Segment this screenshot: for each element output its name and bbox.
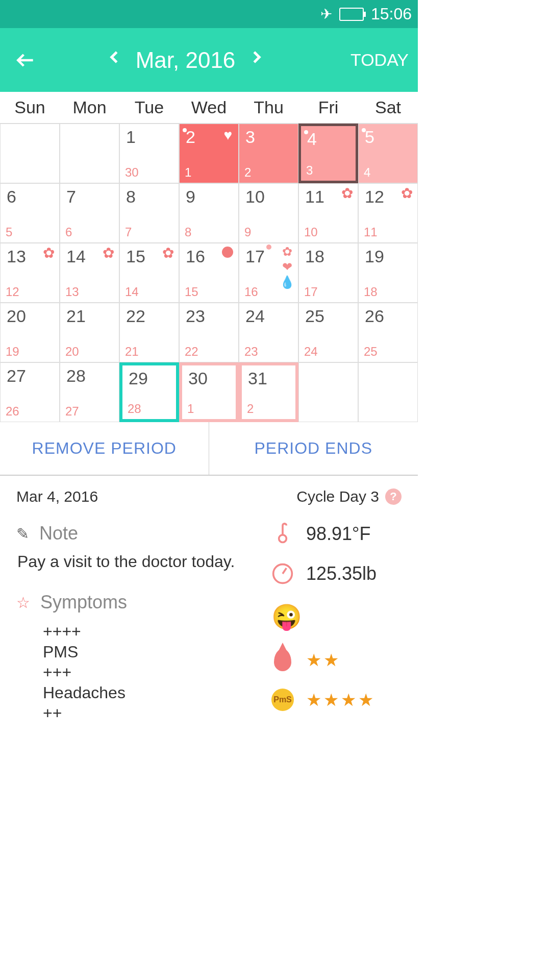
detail-date: Mar 4, 2016 [16,488,98,505]
calendar-day[interactable]: 87 [119,183,179,243]
status-time: 15:06 [371,5,412,23]
day-number: 13 [7,247,26,266]
dow-label: Wed [179,92,239,123]
cycle-number: 1 [185,165,191,180]
calendar-day[interactable]: 21♥ [179,124,239,183]
symptom-line: Headaches [43,682,256,703]
next-month-button[interactable] [248,45,264,75]
fertile-flower-icon: ✿ [43,244,56,258]
mood-stat[interactable]: 😜 [271,602,402,631]
small-dot-icon [266,244,271,250]
calendar-day[interactable]: 130 [119,124,179,183]
dow-label: Thu [239,92,298,123]
cycle-number: 13 [65,285,79,299]
status-bar: ✈ 15:06 [0,0,418,28]
calendar-day[interactable]: 2322 [179,303,239,362]
calendar-day[interactable]: 65 [0,183,60,243]
day-number: 8 [126,187,136,207]
remove-period-button[interactable]: REMOVE PERIOD [0,422,209,475]
battery-icon [339,8,364,21]
calendar-day[interactable]: 2524 [298,303,358,362]
blood-drop-icon [271,649,294,671]
calendar-day[interactable]: 2827 [60,362,119,422]
pms-stars: ★★★★ [306,690,375,710]
symptoms-section-header[interactable]: ☆ Symptoms [16,592,256,613]
dow-label: Sat [358,92,418,123]
chevron-left-icon [107,45,122,69]
cycle-day-label: Cycle Day 3 [296,488,379,505]
cycle-number: 24 [304,345,318,359]
calendar-day [0,124,60,183]
calendar-day[interactable]: 76 [60,183,119,243]
month-title[interactable]: Mar, 2016 [136,47,236,73]
calendar-day[interactable]: 109 [239,183,298,243]
calendar-day[interactable]: 1211✿ [358,183,418,243]
calendar-day[interactable]: 1514✿ [119,243,179,303]
temperature-stat[interactable]: 98.91°F [271,523,402,545]
flow-stat[interactable]: ★★ [271,649,402,671]
calendar-day[interactable]: 2625 [358,303,418,362]
cycle-number: 20 [65,345,79,359]
day-number: 20 [7,306,26,326]
calendar-day[interactable]: 1615 [179,243,239,303]
day-number: 21 [66,306,86,326]
day-number: 9 [186,187,195,207]
flow-stars: ★★ [306,650,341,670]
calendar-day[interactable]: 301 [179,362,239,422]
day-icon-column: ✿❤💧 [280,244,295,289]
day-number: 31 [248,369,267,388]
cycle-number: 2 [244,165,251,180]
calendar-day[interactable]: 2928 [119,362,179,422]
calendar-day[interactable]: 1110✿ [298,183,358,243]
calendar-day[interactable]: 312 [239,362,298,422]
cycle-number: 8 [185,225,191,239]
day-number: 29 [129,369,148,388]
fertile-flower-icon: ✿ [341,185,355,198]
calendar-day[interactable]: 1312✿ [0,243,60,303]
calendar-day [298,362,358,422]
cycle-number: 27 [65,404,79,419]
pms-badge-icon: PmS [271,689,294,711]
cycle-number: 7 [125,225,132,239]
calendar-day[interactable]: 1817 [298,243,358,303]
calendar-day[interactable]: 2423 [239,303,298,362]
symptom-line: +++ [43,662,256,682]
day-number: 28 [66,366,86,386]
cycle-number: 9 [244,225,251,239]
period-ends-button[interactable]: PERIOD ENDS [209,422,418,475]
calendar-day[interactable]: 2019 [0,303,60,362]
day-number: 26 [365,306,384,326]
calendar-day[interactable]: 2120 [60,303,119,362]
pms-stat[interactable]: PmS ★★★★ [271,689,402,711]
mood-emoji-icon: 😜 [271,602,302,631]
help-icon[interactable]: ? [385,488,402,505]
svg-point-0 [279,535,287,543]
calendar-day[interactable]: 2221 [119,303,179,362]
today-button[interactable]: TODAY [350,50,418,70]
day-number: 3 [245,127,255,147]
calendar-day[interactable]: 43 [298,124,358,183]
day-number: 14 [66,247,86,266]
calendar-day[interactable]: 32 [239,124,298,183]
calendar-day[interactable]: 1413✿ [60,243,119,303]
calendar-day[interactable]: 2726 [0,362,60,422]
symptom-line: ++ [43,703,256,723]
day-number: 30 [188,369,208,388]
cycle-number: 6 [65,225,72,239]
weight-stat[interactable]: 125.35lb [271,562,402,585]
note-title: Note [39,523,78,544]
fertile-flower-icon: ✿ [162,244,176,258]
pencil-icon: ✎ [16,525,29,543]
calendar-day[interactable]: 1918 [358,243,418,303]
cycle-number: 22 [185,345,198,359]
note-section-header[interactable]: ✎ Note [16,523,256,544]
prev-month-button[interactable] [107,45,122,75]
day-number: 5 [365,127,374,147]
cycle-number: 2 [247,402,254,416]
calendar-day[interactable]: 1716✿❤💧 [239,243,298,303]
symptom-line: PMS [43,642,256,662]
symptom-line: ++++ [43,621,256,642]
day-number: 25 [305,306,324,326]
calendar-day[interactable]: 98 [179,183,239,243]
calendar-day[interactable]: 54 [358,124,418,183]
